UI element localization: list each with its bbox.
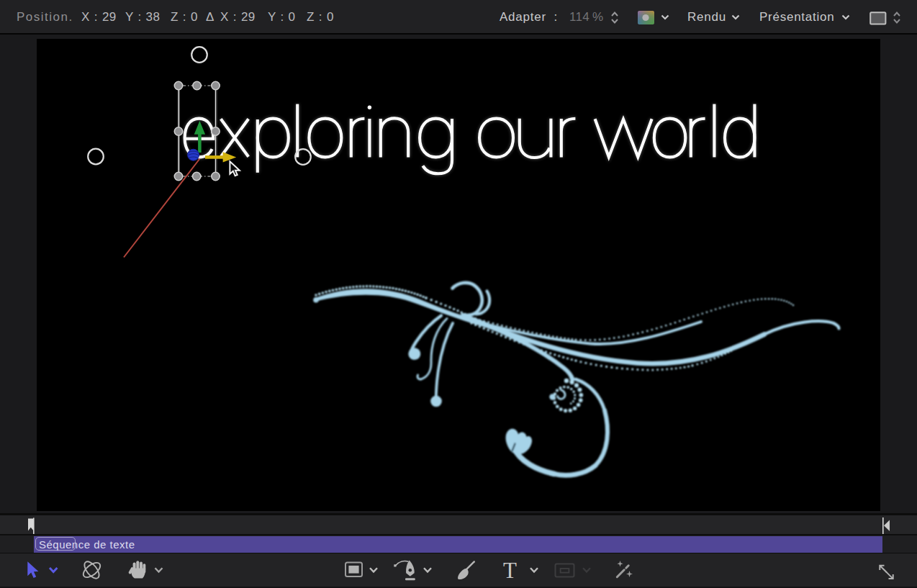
- svg-text:T: T: [503, 558, 517, 583]
